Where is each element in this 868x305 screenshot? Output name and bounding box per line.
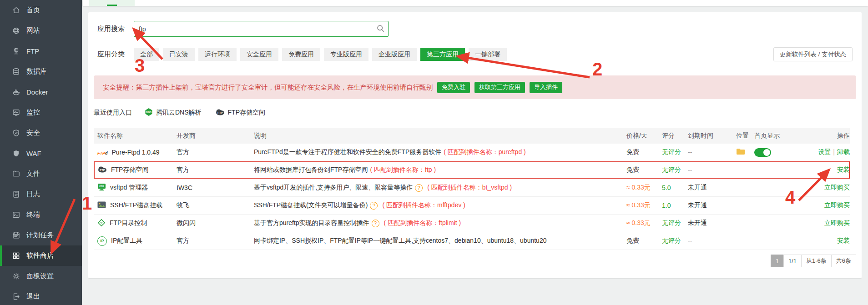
pagination-item-3[interactable]: 共6条 bbox=[831, 255, 856, 267]
action-link-0[interactable]: 立即购买 bbox=[824, 201, 850, 209]
sidebar-item-database[interactable]: 数据库 bbox=[0, 61, 82, 82]
category-tab-5[interactable]: 专业版应用 bbox=[324, 48, 368, 61]
sidebar-item-label: 面板设置 bbox=[26, 272, 54, 280]
table-row: FTPdPure-Ftpd 1.0.49官方PureFTPd是一款专注于程序健壮… bbox=[94, 144, 850, 161]
notice-button-1[interactable]: 获取第三方应用 bbox=[474, 82, 525, 93]
app-vendor: 牧飞 bbox=[177, 201, 254, 210]
software-table: 软件名称开发商说明价格/天评分到期时间位置首页显示操作FTPdPure-Ftpd… bbox=[94, 128, 856, 250]
sidebar-item-gear[interactable]: 面板设置 bbox=[0, 266, 82, 286]
action-link-0[interactable]: 安装 bbox=[837, 237, 850, 244]
search-input[interactable] bbox=[134, 21, 389, 37]
app-name-cell: IPIP配置工具 bbox=[94, 236, 177, 246]
recent-entry-label: FTP存储空间 bbox=[228, 109, 265, 117]
category-tab-6[interactable]: 企业版应用 bbox=[372, 48, 417, 61]
app-name: vsftpd 管理器 bbox=[110, 184, 148, 192]
sidebar-item-label: 退出 bbox=[26, 292, 40, 301]
app-description-cell: 网卡绑定IP、SSH授权IP、FTP配置IP等IP一键配置工具,支持centos… bbox=[254, 237, 626, 245]
help-icon[interactable]: ? bbox=[415, 184, 423, 192]
svg-text:DNS: DNS bbox=[146, 111, 151, 114]
sidebar-item-folder[interactable]: 文件 bbox=[0, 164, 82, 184]
app-name: Pure-Ftpd 1.0.49 bbox=[112, 149, 160, 156]
app-category-row: 应用分类 全部已安装运行环境安全应用免费应用专业版应用企业版应用第三方应用一键部… bbox=[97, 48, 853, 61]
top-tab-active[interactable] bbox=[89, 0, 135, 6]
notice-button-0[interactable]: 免费入驻 bbox=[437, 82, 470, 93]
vsftpd-icon: FTP bbox=[97, 183, 106, 192]
table-row: FTPvsftpd 管理器IW3C基于vsftpd开发的插件,支持多用户、限速、… bbox=[94, 179, 850, 197]
sidebar-item-exit[interactable]: 退出 bbox=[0, 286, 82, 305]
top-tab-underline-indicator bbox=[107, 5, 117, 6]
recent-entries-row: 最近使用入口 DNS腾讯云DNS解析FTPFTP存储空间 bbox=[94, 107, 856, 118]
sidebar-item-ftp-globe[interactable]: FTP bbox=[0, 41, 82, 61]
column-header: 位置 bbox=[736, 132, 754, 140]
sidebar-item-home[interactable]: 首页 bbox=[0, 0, 82, 20]
recent-entry-ftp-cloud[interactable]: FTPFTP存储空间 bbox=[215, 108, 265, 118]
sidebar-item-monitor[interactable]: 监控 bbox=[0, 102, 82, 123]
homepage-toggle[interactable] bbox=[754, 148, 771, 157]
sidebar-item-shield[interactable]: WAF bbox=[0, 143, 82, 164]
action-link-0[interactable]: 立即购买 bbox=[824, 184, 850, 191]
pagination-item-1[interactable]: 1/1 bbox=[783, 255, 802, 267]
category-tab-3[interactable]: 安全应用 bbox=[240, 48, 278, 61]
app-name-cell: FTPFTP存储空间 bbox=[94, 166, 177, 174]
category-tab-0[interactable]: 全部 bbox=[134, 48, 159, 61]
column-header: 软件名称 bbox=[94, 132, 177, 140]
sidebar-item-docker[interactable]: Docker bbox=[0, 82, 82, 102]
sidebar-item-store-grid[interactable]: 软件商店 bbox=[0, 245, 82, 266]
sidebar-item-globe[interactable]: 网站 bbox=[0, 20, 82, 41]
baota-panel-page: 首页网站FTP数据库Docker监控安全WAF文件日志终端计划任务软件商店面板设… bbox=[0, 0, 868, 305]
help-icon[interactable]: ? bbox=[372, 220, 379, 227]
app-actions-cell: 安装 bbox=[796, 237, 850, 245]
dns-icon: DNS bbox=[145, 108, 153, 118]
app-description: 基于官方pureftp实现的目录容量控制插件 bbox=[254, 219, 369, 227]
action-link-0[interactable]: 安装 bbox=[837, 166, 850, 173]
app-description: SSH/FTP磁盘挂载(文件夹可以增量备份) bbox=[254, 201, 368, 210]
shield-icon bbox=[12, 150, 20, 158]
action-link-1[interactable]: 卸载 bbox=[837, 148, 850, 155]
pagination-item-2[interactable]: 从1-6条 bbox=[801, 255, 832, 267]
table-row: FTP目录控制微闪闪基于官方pureftp实现的目录容量控制插件?( 匹配到插件… bbox=[94, 215, 850, 232]
search-icon[interactable] bbox=[377, 25, 384, 34]
column-header: 说明 bbox=[254, 132, 626, 140]
sidebar-item-log[interactable]: 日志 bbox=[0, 184, 82, 205]
help-icon[interactable]: ? bbox=[370, 202, 378, 210]
category-tab-4[interactable]: 免费应用 bbox=[282, 48, 320, 61]
app-actions-cell: 设置|卸载 bbox=[796, 148, 850, 156]
folder-icon[interactable] bbox=[736, 148, 745, 156]
update-software-list-button[interactable]: 更新软件列表 / 支付状态 bbox=[773, 47, 853, 61]
table-row: IPIP配置工具官方网卡绑定IP、SSH授权IP、FTP配置IP等IP一键配置工… bbox=[94, 232, 850, 250]
app-name-cell: SSH/FTP磁盘挂载 bbox=[94, 201, 177, 210]
software-store-card: 应用搜索 应用分类 全部已安装运行环境安全应用免费应用专业版应用企业版应用第三方… bbox=[88, 12, 862, 278]
app-name: IP配置工具 bbox=[111, 237, 142, 245]
action-link-0[interactable]: 立即购买 bbox=[824, 219, 850, 226]
sidebar-item-label: 终端 bbox=[26, 210, 40, 219]
monitor-icon bbox=[12, 109, 20, 117]
pure-ftpd-icon: FTPd bbox=[97, 149, 108, 156]
action-separator: | bbox=[833, 148, 835, 155]
notice-button-2[interactable]: 导入插件 bbox=[530, 82, 562, 93]
app-expire: 未开通 bbox=[688, 219, 736, 227]
action-link-0[interactable]: 设置 bbox=[818, 148, 831, 155]
sidebar-item-calendar[interactable]: 计划任务 bbox=[0, 225, 82, 245]
category-tab-8[interactable]: 一键部署 bbox=[469, 48, 507, 61]
app-actions-cell: 安装 bbox=[796, 166, 850, 174]
sidebar: 首页网站FTP数据库Docker监控安全WAF文件日志终端计划任务软件商店面板设… bbox=[0, 0, 82, 305]
recent-entry-dns[interactable]: DNS腾讯云DNS解析 bbox=[145, 108, 202, 118]
main-content: 应用搜索 应用分类 全部已安装运行环境安全应用免费应用专业版应用企业版应用第三方… bbox=[82, 0, 868, 305]
category-tab-1[interactable]: 已安装 bbox=[163, 48, 195, 61]
matched-plugin-name: ( 匹配到插件名称：mfftpdev ) bbox=[382, 201, 465, 210]
sidebar-item-label: 文件 bbox=[26, 170, 40, 178]
sidebar-item-terminal[interactable]: 终端 bbox=[0, 205, 82, 225]
app-price: 免费 bbox=[626, 148, 662, 156]
app-expire: 未开通 bbox=[688, 184, 736, 192]
app-location-cell bbox=[736, 148, 754, 156]
search-label: 应用搜索 bbox=[97, 25, 126, 33]
category-tab-2[interactable]: 运行环境 bbox=[198, 48, 237, 61]
pagination-item-0[interactable]: 1 bbox=[771, 255, 784, 267]
sidebar-item-label: 网站 bbox=[26, 26, 40, 35]
sidebar-item-shield-check[interactable]: 安全 bbox=[0, 123, 82, 143]
app-search-row: 应用搜索 bbox=[97, 21, 853, 37]
category-tab-7[interactable]: 第三方应用 bbox=[420, 48, 465, 61]
recent-entries: DNS腾讯云DNS解析FTPFTP存储空间 bbox=[145, 108, 265, 118]
calendar-icon bbox=[12, 231, 20, 240]
sidebar-item-label: 软件商店 bbox=[26, 251, 54, 260]
